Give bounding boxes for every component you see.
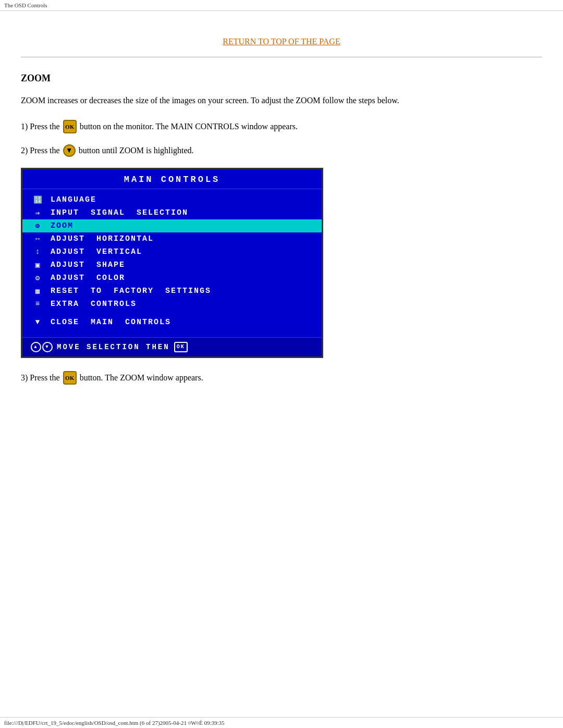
osd-icon-close: ▼ (31, 318, 45, 326)
osd-label-reset-factory: RESET TO FACTORY SETTINGS (51, 287, 211, 295)
step-2: 2) Press the ▼ button until ZOOM is high… (21, 144, 542, 157)
footer-ok-icon: OK (174, 342, 188, 352)
osd-icon-language: 🔢 (31, 195, 45, 204)
osd-label-language: LANGUAGE (51, 195, 96, 204)
browser-tab-label: The OSD Controls (4, 2, 47, 8)
osd-title-bar: MAIN CONTROLS (22, 169, 322, 189)
step3-prefix: 3) Press the (21, 371, 60, 385)
step3-suffix: button. The ZOOM window appears. (80, 371, 203, 385)
osd-label-extra-controls: EXTRA CONTROLS (51, 300, 137, 309)
page-content: RETURN TO TOP OF THE PAGE ZOOM ZOOM incr… (0, 11, 563, 426)
footer-up-icon: ▲ (31, 342, 41, 352)
step1-suffix: button on the monitor. The MAIN CONTROLS… (80, 120, 298, 133)
browser-tab: The OSD Controls (0, 0, 563, 11)
osd-icon-reset-factory: ▦ (31, 287, 45, 295)
osd-item-extra-controls: ≡ EXTRA CONTROLS (22, 298, 322, 311)
osd-item-adjust-vertical: ↕ ADJUST VERTICAL (22, 245, 322, 258)
zoom-section-title: ZOOM (21, 73, 542, 84)
step2-suffix: button until ZOOM is highlighted. (79, 144, 194, 157)
status-bar: file:///D|/EDFU/crt_19_5/edoc/english/OS… (0, 717, 563, 728)
status-bar-text: file:///D|/EDFU/crt_19_5/edoc/english/OS… (4, 720, 225, 726)
osd-footer: ▲ ▼ MOVE SELECTION THEN OK (22, 337, 322, 356)
osd-label-adjust-shape: ADJUST SHAPE (51, 261, 125, 269)
ok-button-icon-3: OK (63, 371, 77, 385)
footer-nav-icons: ▲ ▼ (31, 342, 53, 352)
osd-item-adjust-horizontal: ↔ ADJUST HORIZONTAL (22, 232, 322, 245)
osd-item-adjust-color: ⚙ ADJUST COLOR (22, 272, 322, 285)
osd-item-zoom: ⊕ ZOOM (22, 219, 322, 232)
osd-label-input-signal: INPUT SIGNAL SELECTION (51, 208, 188, 217)
osd-item-input-signal: ⇒ INPUT SIGNAL SELECTION (22, 206, 322, 219)
footer-text: MOVE SELECTION THEN (57, 343, 170, 351)
osd-icon-adjust-horizontal: ↔ (31, 235, 45, 243)
osd-label-adjust-color: ADJUST COLOR (51, 274, 125, 282)
section-divider (21, 57, 542, 57)
return-link-container: RETURN TO TOP OF THE PAGE (21, 37, 542, 46)
down-arrow-icon: ▼ (63, 144, 76, 157)
osd-spacer2 (22, 329, 322, 333)
osd-spacer (22, 311, 322, 316)
osd-item-close: ▼ CLOSE MAIN CONTROLS (22, 316, 322, 329)
osd-icon-adjust-shape: ▣ (31, 261, 45, 269)
osd-icon-extra-controls: ≡ (31, 300, 45, 308)
return-to-top-link[interactable]: RETURN TO TOP OF THE PAGE (223, 37, 340, 46)
step1-prefix: 1) Press the (21, 120, 60, 133)
osd-label-adjust-horizontal: ADJUST HORIZONTAL (51, 235, 154, 243)
ok-button-icon-1: OK (63, 120, 77, 133)
zoom-description: ZOOM increases or decreases the size of … (21, 94, 542, 107)
osd-item-language: 🔢 LANGUAGE (22, 193, 322, 206)
osd-title-text: MAIN CONTROLS (124, 175, 221, 184)
osd-label-close: CLOSE MAIN CONTROLS (51, 318, 171, 327)
osd-label-adjust-vertical: ADJUST VERTICAL (51, 248, 142, 256)
step-1: 1) Press the OK button on the monitor. T… (21, 120, 542, 133)
osd-icon-zoom: ⊕ (31, 221, 45, 230)
osd-icon-adjust-color: ⚙ (31, 274, 45, 282)
footer-down-icon: ▼ (42, 342, 53, 352)
osd-display: MAIN CONTROLS 🔢 LANGUAGE ⇒ INPUT SIGNAL … (21, 168, 323, 358)
osd-item-reset-factory: ▦ RESET TO FACTORY SETTINGS (22, 285, 322, 298)
osd-icon-input-signal: ⇒ (31, 208, 45, 217)
step-3: 3) Press the OK button. The ZOOM window … (21, 371, 542, 385)
step2-prefix: 2) Press the (21, 144, 60, 157)
osd-label-zoom: ZOOM (51, 221, 74, 230)
osd-icon-adjust-vertical: ↕ (31, 248, 45, 256)
osd-item-adjust-shape: ▣ ADJUST SHAPE (22, 258, 322, 272)
osd-menu: 🔢 LANGUAGE ⇒ INPUT SIGNAL SELECTION ⊕ ZO… (22, 189, 322, 337)
